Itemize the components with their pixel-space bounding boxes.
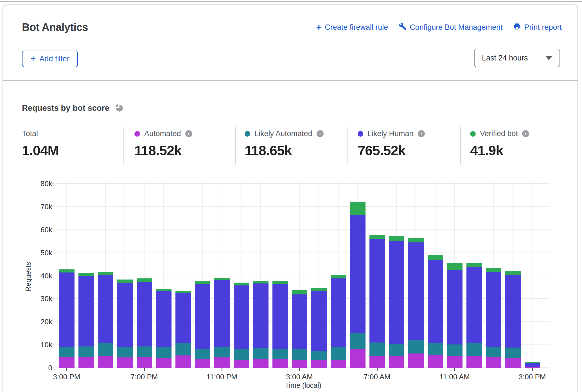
bar-segment-verified-bot[interactable]	[292, 290, 307, 294]
bar-segment-likely-human[interactable]	[78, 276, 94, 346]
print-report-link[interactable]: Print report	[513, 22, 562, 32]
bar-segment-likely-automated[interactable]	[156, 347, 172, 358]
bar-segment-verified-bot[interactable]	[78, 273, 94, 276]
bar-segment-likely-human[interactable]	[389, 241, 404, 344]
bar-segment-likely-human[interactable]	[272, 284, 288, 349]
bar-segment-likely-human[interactable]	[98, 275, 113, 343]
bar-segment-automated[interactable]	[408, 353, 424, 368]
bar-segment-verified-bot[interactable]	[428, 255, 443, 260]
bar-segment-likely-automated[interactable]	[78, 346, 94, 357]
bar-segment-likely-automated[interactable]	[272, 349, 288, 359]
bar-segment-verified-bot[interactable]	[156, 289, 172, 291]
bar-segment-verified-bot[interactable]	[59, 269, 75, 272]
bar-segment-verified-bot[interactable]	[525, 362, 540, 362]
bar-segment-likely-human[interactable]	[292, 294, 307, 349]
bar-segment-likely-automated[interactable]	[486, 347, 501, 357]
bar-segment-automated[interactable]	[195, 359, 210, 368]
bar-segment-likely-automated[interactable]	[408, 340, 424, 353]
bar-segment-likely-automated[interactable]	[137, 346, 152, 357]
bar-segment-verified-bot[interactable]	[486, 268, 501, 272]
bar-segment-automated[interactable]	[78, 357, 94, 368]
bar-segment-likely-human[interactable]	[195, 284, 210, 349]
bar-segment-automated[interactable]	[447, 356, 463, 368]
bar-segment-verified-bot[interactable]	[350, 202, 366, 215]
bar-segment-likely-automated[interactable]	[466, 343, 482, 356]
bar-segment-verified-bot[interactable]	[234, 283, 249, 285]
bar-segment-verified-bot[interactable]	[505, 271, 521, 275]
bar-segment-automated[interactable]	[214, 357, 230, 368]
bar-segment-likely-human[interactable]	[447, 270, 463, 344]
bar-segment-likely-automated[interactable]	[331, 347, 346, 360]
info-icon[interactable]: i	[418, 130, 425, 137]
bar-segment-likely-human[interactable]	[214, 280, 230, 347]
bar-segment-automated[interactable]	[156, 358, 172, 368]
bar-segment-likely-automated[interactable]	[195, 349, 210, 359]
bar-segment-automated[interactable]	[311, 360, 327, 368]
bar-segment-verified-bot[interactable]	[214, 278, 230, 280]
bar-segment-automated[interactable]	[98, 356, 113, 368]
bar-segment-likely-automated[interactable]	[292, 349, 307, 359]
bar-segment-likely-automated[interactable]	[525, 367, 540, 367]
info-icon[interactable]: i	[317, 130, 324, 137]
bar-segment-automated[interactable]	[350, 349, 366, 368]
bar-segment-verified-bot[interactable]	[389, 236, 404, 241]
bar-segment-verified-bot[interactable]	[311, 288, 327, 291]
bar-segment-likely-human[interactable]	[331, 278, 346, 347]
bar-segment-likely-automated[interactable]	[447, 344, 463, 356]
bar-segment-likely-automated[interactable]	[175, 343, 191, 355]
bar-segment-likely-automated[interactable]	[389, 344, 404, 356]
bar-segment-likely-human[interactable]	[311, 291, 327, 350]
bar-segment-likely-automated[interactable]	[253, 348, 269, 359]
bar-segment-automated[interactable]	[234, 360, 249, 368]
bar-segment-verified-bot[interactable]	[253, 281, 269, 284]
bar-segment-verified-bot[interactable]	[331, 275, 346, 278]
bar-segment-verified-bot[interactable]	[466, 263, 482, 267]
bar-segment-likely-automated[interactable]	[234, 349, 249, 360]
bar-segment-verified-bot[interactable]	[408, 238, 424, 242]
bar-segment-automated[interactable]	[331, 360, 346, 368]
info-icon[interactable]: i	[185, 130, 192, 137]
bar-segment-verified-bot[interactable]	[98, 272, 113, 275]
bar-segment-verified-bot[interactable]	[272, 281, 288, 284]
bar-segment-verified-bot[interactable]	[175, 291, 191, 293]
bar-segment-automated[interactable]	[59, 357, 75, 368]
time-range-dropdown[interactable]: Last 24 hours	[474, 49, 560, 67]
bar-segment-verified-bot[interactable]	[137, 278, 152, 282]
bar-segment-automated[interactable]	[466, 356, 482, 368]
bar-segment-likely-human[interactable]	[117, 283, 133, 347]
bar-segment-verified-bot[interactable]	[447, 263, 463, 270]
bar-segment-verified-bot[interactable]	[369, 235, 385, 239]
bar-segment-likely-human[interactable]	[466, 267, 482, 343]
bar-segment-automated[interactable]	[428, 355, 443, 368]
bar-segment-likely-human[interactable]	[137, 282, 152, 346]
bar-segment-automated[interactable]	[505, 358, 521, 368]
bar-segment-likely-automated[interactable]	[505, 348, 521, 358]
bar-segment-likely-automated[interactable]	[59, 347, 75, 357]
bar-segment-automated[interactable]	[137, 357, 152, 368]
bar-segment-likely-human[interactable]	[253, 283, 269, 348]
bar-segment-automated[interactable]	[253, 359, 269, 368]
bar-segment-automated[interactable]	[369, 356, 385, 368]
bar-segment-likely-human[interactable]	[408, 242, 424, 340]
bar-segment-likely-human[interactable]	[369, 239, 385, 343]
bar-segment-likely-automated[interactable]	[214, 347, 230, 357]
bar-segment-likely-human[interactable]	[486, 272, 501, 346]
bar-segment-likely-automated[interactable]	[98, 343, 113, 356]
bar-segment-verified-bot[interactable]	[117, 280, 133, 283]
bar-segment-automated[interactable]	[117, 357, 133, 368]
bar-segment-automated[interactable]	[389, 356, 404, 368]
info-icon[interactable]: i	[522, 130, 529, 137]
create-firewall-rule-link[interactable]: + Create firewall rule	[316, 23, 388, 32]
bar-segment-likely-human[interactable]	[156, 291, 172, 347]
configure-bot-management-link[interactable]: Configure Bot Management	[399, 22, 502, 32]
bar-segment-likely-human[interactable]	[525, 363, 540, 367]
bar-segment-automated[interactable]	[486, 357, 501, 368]
bar-segment-automated[interactable]	[175, 355, 191, 368]
bar-segment-verified-bot[interactable]	[195, 281, 210, 284]
pie-chart-icon[interactable]	[114, 104, 123, 112]
bar-segment-likely-human[interactable]	[175, 293, 191, 343]
bar-segment-likely-automated[interactable]	[369, 343, 385, 356]
bar-segment-likely-human[interactable]	[234, 285, 249, 349]
bar-segment-likely-human[interactable]	[350, 215, 366, 333]
bar-segment-likely-automated[interactable]	[117, 347, 133, 357]
